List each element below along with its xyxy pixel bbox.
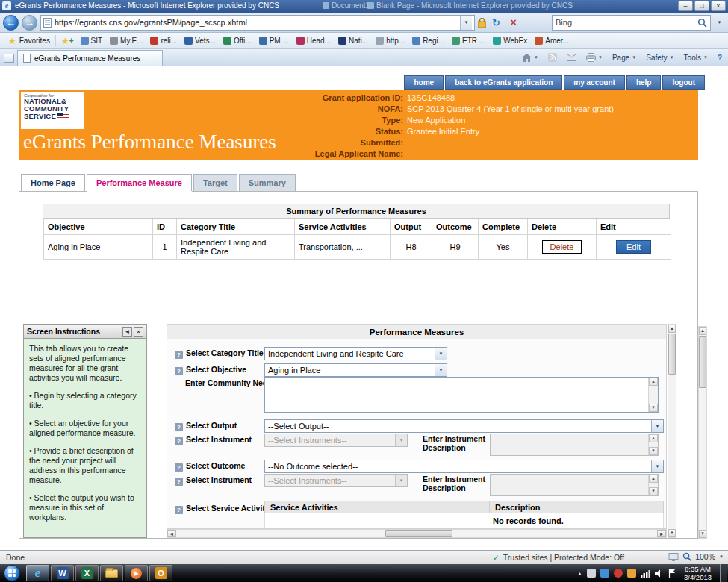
tab-target[interactable]: Target <box>193 174 237 191</box>
clock[interactable]: 8:35 AM 3/4/2013 <box>680 565 715 581</box>
close-button[interactable]: × <box>711 1 726 11</box>
category-title-select[interactable]: Independent Living and Respite Care▼ <box>264 347 447 360</box>
taskbar-word-button[interactable]: W <box>51 565 74 581</box>
minimize-button[interactable]: – <box>678 1 693 11</box>
help-icon[interactable]: ? <box>175 367 183 375</box>
refresh-button[interactable]: ↻ <box>489 17 503 28</box>
textarea-scrollbar[interactable]: ▲▼ <box>648 378 658 412</box>
taskbar-folder-button[interactable] <box>100 565 123 581</box>
help-icon[interactable]: ? <box>175 437 183 445</box>
tab-home-page[interactable]: Home Page <box>21 174 85 191</box>
hidden-icons-button[interactable]: ▲ <box>577 571 582 576</box>
nav-back-to-egrants-button[interactable]: back to eGrants application <box>445 75 562 90</box>
page-menu[interactable]: Page▼ <box>609 52 640 63</box>
search-dropdown-icon[interactable]: ▼ <box>714 20 725 25</box>
favorite-item[interactable]: My.E... <box>106 35 146 46</box>
browser-tab[interactable]: eGrants Performance Measures <box>17 50 163 66</box>
nav-my-account-button[interactable]: my account <box>564 75 625 90</box>
feeds-button[interactable] <box>544 51 561 63</box>
favorite-item[interactable]: Vets... <box>181 35 220 46</box>
add-favorite-button[interactable]: ★+ <box>58 37 77 45</box>
address-bar[interactable]: https://egrants.cns.gov/egrantsPM/page_s… <box>40 15 475 31</box>
network-icon[interactable] <box>641 569 650 578</box>
nav-help-button[interactable]: help <box>626 75 662 90</box>
stop-button[interactable]: × <box>506 16 520 28</box>
objective-select[interactable]: Aging in Place▼ <box>264 363 447 377</box>
outcome-select[interactable]: --No Outcome selected--▼ <box>264 460 664 473</box>
favorite-item[interactable]: Amer... <box>531 35 573 46</box>
show-desktop-button[interactable] <box>720 564 727 582</box>
tray-icon[interactable] <box>627 569 636 578</box>
tab-performance-measure[interactable]: Performance Measure <box>87 174 192 191</box>
taskbar-media-button[interactable]: ▶ <box>125 565 148 581</box>
scroll-thumb[interactable] <box>668 334 676 375</box>
forward-button[interactable]: → <box>22 15 37 31</box>
favorite-item[interactable]: PM ... <box>255 35 293 46</box>
tab-summary[interactable]: Summary <box>239 174 296 191</box>
nav-home-button[interactable]: home <box>404 75 444 90</box>
safety-menu[interactable]: Safety▼ <box>642 52 677 63</box>
print-button[interactable]: ▼ <box>582 51 606 63</box>
favorite-item[interactable]: Offi... <box>220 35 255 46</box>
tray-icon[interactable] <box>614 569 623 578</box>
search-box[interactable]: Bing <box>552 15 711 31</box>
favorite-item[interactable]: Regi... <box>408 35 448 46</box>
scroll-up-button[interactable]: ▲ <box>699 327 706 335</box>
form-horizontal-scrollbar[interactable]: ◄ ► <box>167 529 667 538</box>
help-icon[interactable]: ? <box>175 423 183 431</box>
zoom-dropdown-icon[interactable]: ▼ <box>719 554 724 559</box>
scroll-track[interactable] <box>176 530 657 537</box>
scroll-up-button[interactable]: ▲ <box>668 325 676 333</box>
favorite-item[interactable]: WebEx <box>489 35 531 46</box>
instrument-select[interactable]: --Select Instruments--▼ <box>264 434 408 447</box>
scroll-down-button[interactable]: ▼ <box>699 530 706 538</box>
tray-icon[interactable] <box>600 569 609 578</box>
nav-logout-button[interactable]: logout <box>662 75 705 90</box>
favorite-item[interactable]: Head... <box>293 35 335 46</box>
help-icon[interactable]: ? <box>175 478 183 486</box>
read-mail-button[interactable] <box>563 52 580 63</box>
favorite-item[interactable]: SIT <box>77 35 107 46</box>
delete-button[interactable]: Delete <box>542 240 582 254</box>
address-dropdown-icon[interactable]: ▼ <box>460 16 472 30</box>
output-select[interactable]: --Select Output--▼ <box>264 419 664 433</box>
tools-menu[interactable]: Tools▼ <box>680 52 712 63</box>
community-need-input[interactable]: ▲▼ <box>264 377 659 413</box>
scroll-track[interactable] <box>668 333 676 529</box>
scroll-up-icon[interactable]: ▲ <box>649 378 658 386</box>
scroll-thumb[interactable] <box>699 336 706 388</box>
taskbar-excel-button[interactable]: X <box>75 565 99 581</box>
favorite-item[interactable]: reli... <box>146 35 181 46</box>
favorite-item[interactable]: Nati... <box>335 35 372 46</box>
help-icon[interactable]: ? <box>175 506 183 514</box>
form-vertical-scrollbar[interactable]: ▲ ▼ <box>668 324 676 538</box>
help-icon[interactable]: ? <box>175 351 183 359</box>
search-icon[interactable] <box>697 18 707 28</box>
favorite-item[interactable]: http... <box>372 35 408 46</box>
zoom-control[interactable]: 100% ▼ <box>668 552 724 561</box>
instrument-select[interactable]: --Select Instruments--▼ <box>264 474 408 487</box>
collapse-instructions-button[interactable]: ◄ <box>122 327 132 337</box>
tray-icon[interactable] <box>587 569 596 578</box>
home-button[interactable]: ▼ <box>518 52 542 63</box>
scroll-thumb[interactable] <box>385 530 452 537</box>
action-center-flag-icon[interactable] <box>668 569 676 578</box>
help-button[interactable]: ? <box>714 52 726 63</box>
window-titlebar[interactable]: e eGrants Performance Measures - Microso… <box>0 0 728 13</box>
section-vertical-scrollbar[interactable]: ▲ ▼ <box>698 326 707 539</box>
back-button[interactable]: ← <box>3 15 19 31</box>
start-button[interactable] <box>4 565 20 581</box>
close-instructions-button[interactable]: × <box>134 327 143 337</box>
scroll-down-button[interactable]: ▼ <box>668 529 676 537</box>
edit-button[interactable]: Edit <box>616 240 651 254</box>
favorites-button[interactable]: ★ Favorites <box>3 35 56 46</box>
maximize-button[interactable]: □ <box>694 1 709 11</box>
taskbar-outlook-button[interactable]: O <box>149 565 172 581</box>
scroll-track[interactable] <box>699 335 706 530</box>
scroll-left-button[interactable]: ◄ <box>167 530 176 537</box>
scroll-right-button[interactable]: ► <box>657 530 666 537</box>
quick-tabs-icon[interactable] <box>4 54 14 63</box>
scroll-down-icon[interactable]: ▼ <box>649 404 658 412</box>
taskbar-ie-button[interactable]: e <box>26 565 49 581</box>
favorite-item[interactable]: ETR ... <box>448 35 489 46</box>
